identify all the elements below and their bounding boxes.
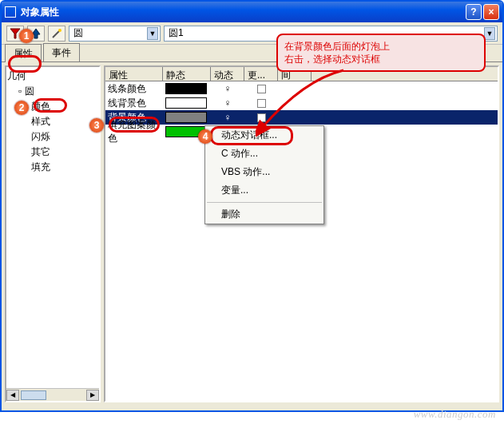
grid-row-selected[interactable]: 背景颜色 ♀: [105, 110, 498, 125]
grid-header-dynamic: 动态: [211, 67, 244, 81]
chevron-down-icon[interactable]: ▼: [147, 27, 158, 40]
main-area: 几何 ▫ 圆 颜色 样式 闪烁 其它 填充 ◀ ▶ 属性 静态 动态 更...: [2, 62, 502, 406]
tree-node-fill[interactable]: 填充: [7, 160, 98, 175]
checkbox[interactable]: [257, 85, 266, 93]
object-type-dropdown[interactable]: 圆 ▼: [69, 26, 161, 42]
properties-grid: 属性 静态 动态 更... 间 线条颜色 ♀ 线背景色 ♀ 背: [104, 65, 499, 402]
bulb-icon[interactable]: ♀: [224, 83, 232, 94]
watermark: www.diangon.com: [414, 408, 496, 421]
grid-header-attr: 属性: [105, 67, 163, 81]
ctx-variable[interactable]: 变量...: [205, 181, 323, 200]
close-button[interactable]: ×: [483, 4, 499, 20]
grid-header-more: 更...: [244, 67, 278, 81]
color-swatch[interactable]: [165, 112, 207, 123]
tree-node-other[interactable]: 其它: [7, 145, 98, 160]
chevron-down-icon[interactable]: ▼: [484, 27, 495, 40]
tab-events[interactable]: 事件: [43, 43, 80, 61]
step-badge-1: 1: [19, 29, 34, 43]
dropdown1-text: 圆: [71, 26, 147, 40]
grid-row[interactable]: 线背景色 ♀: [105, 96, 498, 110]
svg-point-3: [58, 29, 62, 32]
color-swatch[interactable]: [165, 97, 207, 109]
ctx-delete[interactable]: 删除: [205, 205, 323, 224]
help-button[interactable]: ?: [466, 4, 482, 20]
grid-row[interactable]: 线条颜色 ♀: [105, 81, 498, 96]
context-menu-separator: [207, 202, 322, 203]
wand-icon: [51, 28, 62, 39]
bulb-icon[interactable]: ♀: [224, 97, 232, 109]
titlebar[interactable]: 对象属性 ? ×: [2, 2, 502, 22]
checkbox[interactable]: [257, 113, 266, 122]
app-icon: [5, 6, 16, 18]
tool-button-3[interactable]: [48, 26, 65, 42]
ctx-vbs-action[interactable]: VBS 动作...: [205, 163, 323, 181]
callout-line1: 在背景颜色后面的灯泡上: [284, 40, 478, 53]
ctx-dynamic-dialog[interactable]: 动态对话框...: [205, 126, 323, 145]
context-menu: 动态对话框... C 动作... VBS 动作... 变量... 删除: [204, 125, 324, 224]
tree[interactable]: 几何 ▫ 圆 颜色 样式 闪烁 其它 填充: [6, 67, 99, 388]
tree-node-style[interactable]: 样式: [7, 114, 98, 129]
ctx-c-action[interactable]: C 动作...: [205, 145, 323, 163]
scroll-left-icon[interactable]: ◀: [6, 390, 19, 401]
step-badge-2: 2: [14, 101, 29, 115]
scroll-right-icon[interactable]: ▶: [86, 390, 99, 401]
step-badge-4: 4: [198, 129, 212, 144]
tree-pane: 几何 ▫ 圆 颜色 样式 闪烁 其它 填充 ◀ ▶: [5, 65, 101, 402]
step-badge-3: 3: [89, 118, 104, 133]
tab-properties[interactable]: 属性: [5, 44, 42, 62]
tree-node-root[interactable]: 几何: [7, 69, 98, 84]
color-swatch[interactable]: [165, 83, 207, 94]
tree-node-blink[interactable]: 闪烁: [7, 129, 98, 145]
svg-line-2: [53, 31, 59, 38]
scroll-thumb[interactable]: [21, 390, 46, 400]
grid-header-static: 静态: [163, 67, 211, 81]
tree-horizontal-scrollbar[interactable]: ◀ ▶: [6, 388, 99, 401]
bulb-icon[interactable]: ♀: [224, 112, 232, 123]
callout-line2: 右击，选择动态对话框: [284, 53, 478, 65]
window-title: 对象属性: [21, 6, 59, 19]
checkbox[interactable]: [257, 99, 266, 108]
tree-node-group[interactable]: ▫ 圆: [7, 84, 98, 99]
annotation-callout: 在背景颜色后面的灯泡上 右击，选择动态对话框: [276, 34, 486, 72]
